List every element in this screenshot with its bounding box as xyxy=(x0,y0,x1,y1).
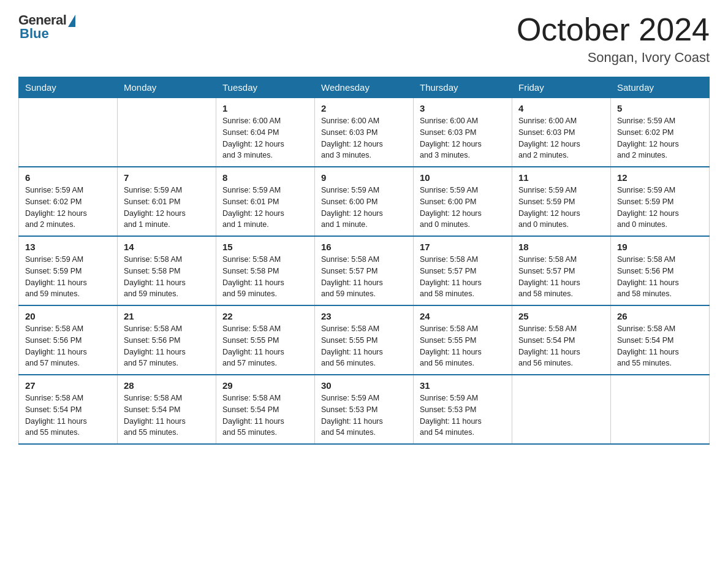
day-number: 20 xyxy=(25,311,111,321)
day-number: 28 xyxy=(124,380,210,391)
calendar-cell: 20Sunrise: 5:58 AMSunset: 5:56 PMDayligh… xyxy=(19,305,118,375)
day-number: 26 xyxy=(617,311,703,321)
logo-triangle-icon xyxy=(68,15,75,27)
title-area: October 2024 Songan, Ivory Coast xyxy=(517,12,710,66)
day-number: 29 xyxy=(222,380,308,391)
day-info: Sunrise: 5:59 AMSunset: 6:02 PMDaylight:… xyxy=(617,115,703,161)
day-info: Sunrise: 5:59 AMSunset: 6:01 PMDaylight:… xyxy=(222,185,308,231)
day-info: Sunrise: 5:59 AMSunset: 6:02 PMDaylight:… xyxy=(25,185,111,231)
day-info: Sunrise: 6:00 AMSunset: 6:03 PMDaylight:… xyxy=(518,115,604,161)
calendar-cell: 29Sunrise: 5:58 AMSunset: 5:54 PMDayligh… xyxy=(216,375,315,444)
day-info: Sunrise: 5:59 AMSunset: 5:59 PMDaylight:… xyxy=(617,185,703,231)
weekday-header-thursday: Thursday xyxy=(414,77,512,98)
day-number: 24 xyxy=(420,311,506,321)
calendar-cell xyxy=(512,375,611,444)
day-info: Sunrise: 5:59 AMSunset: 5:59 PMDaylight:… xyxy=(518,185,604,231)
day-info: Sunrise: 5:59 AMSunset: 5:53 PMDaylight:… xyxy=(321,393,407,439)
day-info: Sunrise: 5:58 AMSunset: 5:56 PMDaylight:… xyxy=(124,323,210,369)
day-info: Sunrise: 5:59 AMSunset: 6:01 PMDaylight:… xyxy=(124,185,210,231)
calendar-cell: 25Sunrise: 5:58 AMSunset: 5:54 PMDayligh… xyxy=(512,305,611,375)
day-number: 4 xyxy=(518,103,604,113)
weekday-header-friday: Friday xyxy=(512,77,611,98)
day-number: 5 xyxy=(617,103,703,113)
day-info: Sunrise: 5:58 AMSunset: 5:56 PMDaylight:… xyxy=(25,323,111,369)
calendar-cell: 9Sunrise: 5:59 AMSunset: 6:00 PMDaylight… xyxy=(315,167,414,236)
calendar-cell: 22Sunrise: 5:58 AMSunset: 5:55 PMDayligh… xyxy=(216,305,315,375)
day-number: 22 xyxy=(222,311,308,321)
day-info: Sunrise: 6:00 AMSunset: 6:04 PMDaylight:… xyxy=(222,115,308,161)
calendar-cell: 27Sunrise: 5:58 AMSunset: 5:54 PMDayligh… xyxy=(19,375,118,444)
calendar-cell: 3Sunrise: 6:00 AMSunset: 6:03 PMDaylight… xyxy=(414,98,512,167)
day-info: Sunrise: 5:58 AMSunset: 5:54 PMDaylight:… xyxy=(617,323,703,369)
day-number: 23 xyxy=(321,311,407,321)
weekday-header-saturday: Saturday xyxy=(611,77,710,98)
day-info: Sunrise: 5:59 AMSunset: 5:59 PMDaylight:… xyxy=(25,254,111,300)
calendar-cell: 16Sunrise: 5:58 AMSunset: 5:57 PMDayligh… xyxy=(315,236,414,305)
day-info: Sunrise: 5:58 AMSunset: 5:54 PMDaylight:… xyxy=(518,323,604,369)
weekday-header-monday: Monday xyxy=(118,77,216,98)
day-number: 2 xyxy=(321,103,407,113)
day-info: Sunrise: 5:58 AMSunset: 5:57 PMDaylight:… xyxy=(321,254,407,300)
calendar-cell: 18Sunrise: 5:58 AMSunset: 5:57 PMDayligh… xyxy=(512,236,611,305)
day-number: 13 xyxy=(25,242,111,252)
calendar-cell: 31Sunrise: 5:59 AMSunset: 5:53 PMDayligh… xyxy=(414,375,512,444)
calendar-cell: 11Sunrise: 5:59 AMSunset: 5:59 PMDayligh… xyxy=(512,167,611,236)
day-info: Sunrise: 5:58 AMSunset: 5:54 PMDaylight:… xyxy=(222,393,308,439)
calendar-cell: 14Sunrise: 5:58 AMSunset: 5:58 PMDayligh… xyxy=(118,236,216,305)
month-title: October 2024 xyxy=(517,12,710,47)
day-info: Sunrise: 5:58 AMSunset: 5:56 PMDaylight:… xyxy=(617,254,703,300)
day-number: 3 xyxy=(420,103,506,113)
day-number: 15 xyxy=(222,242,308,252)
calendar-week-1: 1Sunrise: 6:00 AMSunset: 6:04 PMDaylight… xyxy=(19,98,710,167)
calendar-cell: 10Sunrise: 5:59 AMSunset: 6:00 PMDayligh… xyxy=(414,167,512,236)
calendar-cell xyxy=(19,98,118,167)
day-number: 9 xyxy=(321,172,407,183)
calendar-week-5: 27Sunrise: 5:58 AMSunset: 5:54 PMDayligh… xyxy=(19,375,710,444)
day-number: 16 xyxy=(321,242,407,252)
calendar-cell: 28Sunrise: 5:58 AMSunset: 5:54 PMDayligh… xyxy=(118,375,216,444)
day-number: 11 xyxy=(518,172,604,183)
day-number: 12 xyxy=(617,172,703,183)
day-info: Sunrise: 5:58 AMSunset: 5:55 PMDaylight:… xyxy=(222,323,308,369)
day-info: Sunrise: 5:59 AMSunset: 5:53 PMDaylight:… xyxy=(420,393,506,439)
day-info: Sunrise: 5:58 AMSunset: 5:58 PMDaylight:… xyxy=(124,254,210,300)
calendar-cell: 7Sunrise: 5:59 AMSunset: 6:01 PMDaylight… xyxy=(118,167,216,236)
weekday-header-sunday: Sunday xyxy=(19,77,118,98)
calendar-cell: 30Sunrise: 5:59 AMSunset: 5:53 PMDayligh… xyxy=(315,375,414,444)
day-number: 27 xyxy=(25,380,111,391)
day-number: 14 xyxy=(124,242,210,252)
calendar-cell: 21Sunrise: 5:58 AMSunset: 5:56 PMDayligh… xyxy=(118,305,216,375)
day-info: Sunrise: 6:00 AMSunset: 6:03 PMDaylight:… xyxy=(321,115,407,161)
day-number: 19 xyxy=(617,242,703,252)
calendar-table: SundayMondayTuesdayWednesdayThursdayFrid… xyxy=(18,77,710,445)
weekday-header-row: SundayMondayTuesdayWednesdayThursdayFrid… xyxy=(19,77,710,98)
day-info: Sunrise: 5:59 AMSunset: 6:00 PMDaylight:… xyxy=(420,185,506,231)
calendar-cell: 1Sunrise: 6:00 AMSunset: 6:04 PMDaylight… xyxy=(216,98,315,167)
calendar-cell: 17Sunrise: 5:58 AMSunset: 5:57 PMDayligh… xyxy=(414,236,512,305)
day-info: Sunrise: 5:58 AMSunset: 5:55 PMDaylight:… xyxy=(420,323,506,369)
calendar-cell: 15Sunrise: 5:58 AMSunset: 5:58 PMDayligh… xyxy=(216,236,315,305)
calendar-cell: 8Sunrise: 5:59 AMSunset: 6:01 PMDaylight… xyxy=(216,167,315,236)
day-info: Sunrise: 5:58 AMSunset: 5:54 PMDaylight:… xyxy=(124,393,210,439)
weekday-header-tuesday: Tuesday xyxy=(216,77,315,98)
day-number: 18 xyxy=(518,242,604,252)
weekday-header-wednesday: Wednesday xyxy=(315,77,414,98)
calendar-week-2: 6Sunrise: 5:59 AMSunset: 6:02 PMDaylight… xyxy=(19,167,710,236)
calendar-cell xyxy=(118,98,216,167)
logo-blue-text: Blue xyxy=(20,26,49,42)
calendar-week-3: 13Sunrise: 5:59 AMSunset: 5:59 PMDayligh… xyxy=(19,236,710,305)
day-info: Sunrise: 5:58 AMSunset: 5:57 PMDaylight:… xyxy=(518,254,604,300)
day-info: Sunrise: 5:58 AMSunset: 5:57 PMDaylight:… xyxy=(420,254,506,300)
calendar-cell: 5Sunrise: 5:59 AMSunset: 6:02 PMDaylight… xyxy=(611,98,710,167)
calendar-cell: 2Sunrise: 6:00 AMSunset: 6:03 PMDaylight… xyxy=(315,98,414,167)
calendar-week-4: 20Sunrise: 5:58 AMSunset: 5:56 PMDayligh… xyxy=(19,305,710,375)
day-info: Sunrise: 5:58 AMSunset: 5:58 PMDaylight:… xyxy=(222,254,308,300)
day-number: 31 xyxy=(420,380,506,391)
day-info: Sunrise: 6:00 AMSunset: 6:03 PMDaylight:… xyxy=(420,115,506,161)
day-number: 1 xyxy=(222,103,308,113)
day-number: 25 xyxy=(518,311,604,321)
calendar-cell xyxy=(611,375,710,444)
day-info: Sunrise: 5:59 AMSunset: 6:00 PMDaylight:… xyxy=(321,185,407,231)
calendar-cell: 12Sunrise: 5:59 AMSunset: 5:59 PMDayligh… xyxy=(611,167,710,236)
day-number: 8 xyxy=(222,172,308,183)
